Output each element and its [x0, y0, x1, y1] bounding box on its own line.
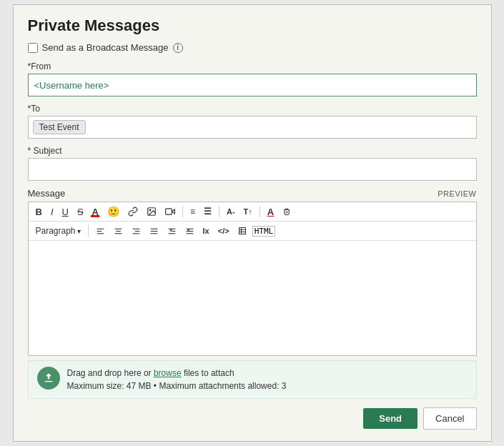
underline-button[interactable]: U [59, 206, 71, 218]
link-button[interactable] [125, 205, 141, 218]
message-header: Message PREVIEW [28, 188, 477, 199]
svg-marker-2 [172, 209, 174, 214]
from-label: *From [28, 61, 477, 71]
unordered-list-button[interactable]: ☰ [201, 206, 214, 217]
preview-link[interactable]: PREVIEW [438, 189, 476, 198]
drag-drop-suffix: files to attach [182, 368, 234, 378]
message-editor: B I U S A 🙂 ≡ ☰ [28, 202, 477, 356]
browse-link[interactable]: browse [154, 368, 182, 378]
toolbar-row-1: B I U S A 🙂 ≡ ☰ [29, 202, 476, 222]
bold-button[interactable]: B [33, 206, 45, 218]
image-button[interactable] [144, 205, 159, 218]
from-input[interactable] [28, 74, 477, 96]
table-button[interactable] [235, 225, 249, 237]
toolbar-sep-2 [219, 206, 219, 217]
editor-body[interactable] [29, 241, 476, 355]
broadcast-label: Send as a Broadcast Message [42, 42, 169, 53]
clear-format-button[interactable] [280, 206, 294, 217]
drag-drop-text: Drag and drop here or browse files to at… [67, 368, 234, 378]
align-left-button[interactable] [93, 225, 108, 237]
svg-rect-22 [239, 228, 245, 234]
italic-button[interactable]: I [48, 206, 56, 218]
code-button[interactable]: </> [215, 226, 232, 237]
clear-format-2-button[interactable]: Ix [200, 226, 212, 237]
align-right-button[interactable] [129, 225, 144, 237]
text-color-2-button[interactable]: A [265, 206, 277, 218]
strikethrough-button[interactable]: S [74, 206, 87, 218]
paragraph-dropdown[interactable]: Paragraph ▾ [33, 224, 84, 237]
to-tag[interactable]: Test Event [33, 120, 86, 134]
align-center-button[interactable] [111, 225, 126, 237]
subject-label: * Subject [28, 146, 477, 156]
video-button[interactable] [162, 205, 178, 218]
font-size-button[interactable]: A- [224, 207, 238, 217]
ordered-list-button[interactable]: ≡ [187, 206, 198, 217]
attachment-text: Drag and drop here or browse files to at… [67, 367, 287, 392]
to-input-wrapper[interactable]: Test Event [28, 116, 477, 139]
drag-drop-label: Drag and drop here or [67, 368, 154, 378]
svg-point-1 [149, 209, 151, 211]
emoji-button[interactable]: 🙂 [104, 205, 122, 218]
to-field-group: *To Test Event [28, 104, 477, 139]
subject-field-group: * Subject [28, 146, 477, 181]
message-label: Message [28, 188, 66, 199]
toolbar-sep-1 [182, 206, 183, 217]
from-field-group: *From [28, 61, 477, 96]
max-size-text: Maximum size: 47 MB • Maximum attachment… [67, 381, 287, 391]
paragraph-label: Paragraph [36, 226, 76, 236]
outdent-button[interactable] [182, 225, 197, 237]
broadcast-checkbox[interactable] [28, 43, 38, 53]
upload-icon-wrap [37, 367, 60, 390]
toolbar-sep-4 [88, 225, 89, 237]
modal-title: Private Messages [28, 16, 477, 35]
html-button[interactable]: HTML [252, 226, 276, 237]
toolbar-sep-3 [260, 206, 260, 217]
svg-rect-3 [166, 209, 172, 214]
toolbar-row-2: Paragraph ▾ Ix </> [29, 222, 476, 241]
info-icon[interactable]: i [173, 43, 183, 53]
cancel-button[interactable]: Cancel [423, 407, 476, 430]
to-label: *To [28, 104, 477, 114]
upload-icon [43, 372, 54, 384]
justify-button[interactable] [147, 225, 162, 237]
footer-row: Send Cancel [28, 407, 477, 430]
font-size-up-button[interactable]: T↑ [241, 207, 255, 217]
attachment-zone: Drag and drop here or browse files to at… [28, 360, 477, 399]
indent-button[interactable] [164, 225, 179, 237]
font-color-button[interactable]: A [89, 206, 102, 218]
broadcast-row: Send as a Broadcast Message i [28, 42, 477, 53]
send-button[interactable]: Send [363, 408, 417, 429]
subject-input[interactable] [28, 158, 477, 181]
private-messages-modal: Private Messages Send as a Broadcast Mes… [13, 4, 492, 442]
